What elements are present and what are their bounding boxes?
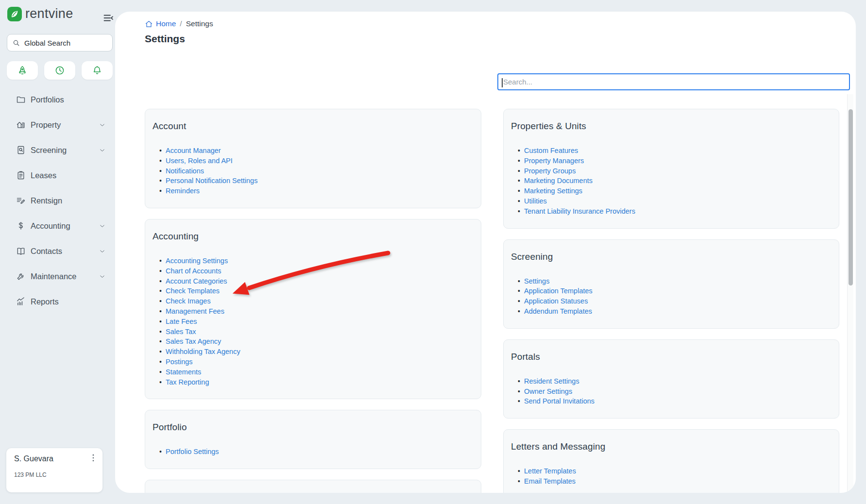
bullet: • xyxy=(159,357,166,367)
settings-link-account-categories[interactable]: Account Categories xyxy=(166,276,227,286)
settings-link-personal-notification-settings[interactable]: Personal Notification Settings xyxy=(166,176,257,186)
settings-link-item: •Utilities xyxy=(518,196,827,206)
settings-link-chart-of-accounts[interactable]: Chart of Accounts xyxy=(166,266,221,276)
settings-link-custom-features[interactable]: Custom Features xyxy=(524,146,578,156)
kebab-icon xyxy=(88,453,98,463)
card-title: Account xyxy=(153,121,469,132)
sidebar-item-maintenance[interactable]: Maintenance xyxy=(0,264,115,289)
sidebar-item-portfolios[interactable]: Portfolios xyxy=(0,87,115,112)
rocket-icon xyxy=(17,65,28,76)
settings-card-leases: Leases xyxy=(145,480,481,493)
search-icon xyxy=(12,39,20,47)
card-links: •Settings•Application Templates•Applicat… xyxy=(511,276,827,317)
settings-card-accounting: Accounting •Accounting Settings•Chart of… xyxy=(145,219,481,399)
recent-button[interactable] xyxy=(44,61,75,80)
main-panel: Home / Settings Settings Account •Accoun… xyxy=(115,12,856,493)
sidebar-item-rentsign[interactable]: Rentsign xyxy=(0,188,115,213)
card-title: Portfolio xyxy=(153,422,469,433)
settings-link-management-fees[interactable]: Management Fees xyxy=(166,306,224,317)
settings-link-late-fees[interactable]: Late Fees xyxy=(166,317,197,327)
settings-card-portfolio: Portfolio •Portfolio Settings xyxy=(145,410,481,469)
card-title: Letters and Messaging xyxy=(511,441,827,452)
book-icon xyxy=(16,246,26,256)
sidebar-collapse-button[interactable] xyxy=(102,12,114,24)
settings-link-portfolio-settings[interactable]: Portfolio Settings xyxy=(166,447,219,457)
settings-link-item: •Withholding Tax Agency xyxy=(159,347,469,357)
settings-link-email-templates[interactable]: Email Templates xyxy=(524,476,576,487)
settings-link-postings[interactable]: Postings xyxy=(166,357,193,367)
settings-link-owner-settings[interactable]: Owner Settings xyxy=(524,386,572,397)
settings-link-application-statuses[interactable]: Application Statuses xyxy=(524,296,588,306)
sidebar-item-label: Maintenance xyxy=(31,272,76,281)
card-links: •Accounting Settings•Chart of Accounts•A… xyxy=(153,256,469,387)
settings-link-letter-templates[interactable]: Letter Templates xyxy=(524,466,576,476)
user-menu-button[interactable] xyxy=(88,453,99,464)
chevron-down-icon xyxy=(99,147,106,154)
notifications-button[interactable] xyxy=(82,61,113,80)
settings-link-tax-reporting[interactable]: Tax Reporting xyxy=(166,377,209,387)
sidebar-item-property[interactable]: Property xyxy=(0,112,115,137)
settings-card-properties-units: Properties & Units •Custom Features•Prop… xyxy=(503,109,839,229)
settings-search xyxy=(497,73,850,90)
settings-link-property-managers[interactable]: Property Managers xyxy=(524,156,584,166)
settings-link-notifications[interactable]: Notifications xyxy=(166,166,204,176)
settings-link-check-images[interactable]: Check Images xyxy=(166,296,211,306)
chevron-down-icon xyxy=(99,121,106,129)
settings-link-property-groups[interactable]: Property Groups xyxy=(524,166,576,176)
settings-link-sales-tax[interactable]: Sales Tax xyxy=(166,327,196,337)
settings-search-input[interactable] xyxy=(498,74,849,89)
settings-link-item: •Addendum Templates xyxy=(518,306,827,317)
settings-link-item: •Check Templates xyxy=(159,286,469,296)
settings-link-item: •Tax Reporting xyxy=(159,377,469,387)
settings-link-account-manager[interactable]: Account Manager xyxy=(166,146,221,156)
settings-columns: Account •Account Manager•Users, Roles an… xyxy=(145,109,839,493)
bullet: • xyxy=(518,186,524,196)
dollar-icon xyxy=(16,221,26,231)
settings-link-item: •Email Templates xyxy=(518,476,827,487)
settings-link-item: •Personal Notification Settings xyxy=(159,176,469,186)
settings-card-account: Account •Account Manager•Users, Roles an… xyxy=(145,109,481,208)
breadcrumb-home-link[interactable]: Home xyxy=(145,19,176,28)
card-links: •Account Manager•Users, Roles and API•No… xyxy=(153,146,469,196)
settings-link-addendum-templates[interactable]: Addendum Templates xyxy=(524,306,592,317)
settings-link-settings[interactable]: Settings xyxy=(524,276,549,286)
settings-link-check-templates[interactable]: Check Templates xyxy=(166,286,220,296)
sidebar-item-contacts[interactable]: Contacts xyxy=(0,238,115,264)
launch-button[interactable] xyxy=(7,61,38,80)
sidebar-item-accounting[interactable]: Accounting xyxy=(0,213,115,238)
sidebar-item-leases[interactable]: Leases xyxy=(0,163,115,188)
scrollbar-thumb[interactable] xyxy=(849,109,853,286)
user-card[interactable]: S. Guevara 123 PM LLC xyxy=(6,448,102,492)
settings-link-withholding-tax-agency[interactable]: Withholding Tax Agency xyxy=(166,347,240,357)
settings-link-resident-settings[interactable]: Resident Settings xyxy=(524,376,579,386)
bullet: • xyxy=(518,286,524,296)
settings-link-application-templates[interactable]: Application Templates xyxy=(524,286,593,296)
global-search-input[interactable] xyxy=(24,39,107,47)
user-name: S. Guevara xyxy=(14,454,97,463)
text-cursor xyxy=(502,78,503,87)
settings-link-users-roles-and-api[interactable]: Users, Roles and API xyxy=(166,156,233,166)
settings-link-marketing-documents[interactable]: Marketing Documents xyxy=(524,176,593,186)
sidebar-item-screening[interactable]: Screening xyxy=(0,137,115,163)
document-search-icon xyxy=(16,145,26,155)
settings-link-tenant-liability-insurance-providers[interactable]: Tenant Liability Insurance Providers xyxy=(524,206,635,217)
settings-link-statements[interactable]: Statements xyxy=(166,367,201,377)
quick-actions xyxy=(7,61,113,80)
bullet: • xyxy=(518,196,524,206)
sidebar-item-label: Reports xyxy=(31,297,59,306)
settings-link-utilities[interactable]: Utilities xyxy=(524,196,547,206)
signature-icon xyxy=(16,196,26,205)
bullet: • xyxy=(159,347,166,357)
settings-link-send-portal-invitations[interactable]: Send Portal Invitations xyxy=(524,396,594,406)
settings-link-item: •Application Templates xyxy=(518,286,827,296)
settings-link-accounting-settings[interactable]: Accounting Settings xyxy=(166,256,228,266)
bullet: • xyxy=(159,256,166,266)
sidebar-item-reports[interactable]: Reports xyxy=(0,289,115,314)
bullet: • xyxy=(159,156,166,166)
settings-link-item: •Accounting Settings xyxy=(159,256,469,266)
sidebar-item-label: Contacts xyxy=(31,247,62,256)
settings-link-marketing-settings[interactable]: Marketing Settings xyxy=(524,186,582,196)
global-search[interactable] xyxy=(7,34,113,51)
settings-link-sales-tax-agency[interactable]: Sales Tax Agency xyxy=(166,336,221,347)
settings-link-reminders[interactable]: Reminders xyxy=(166,186,200,196)
